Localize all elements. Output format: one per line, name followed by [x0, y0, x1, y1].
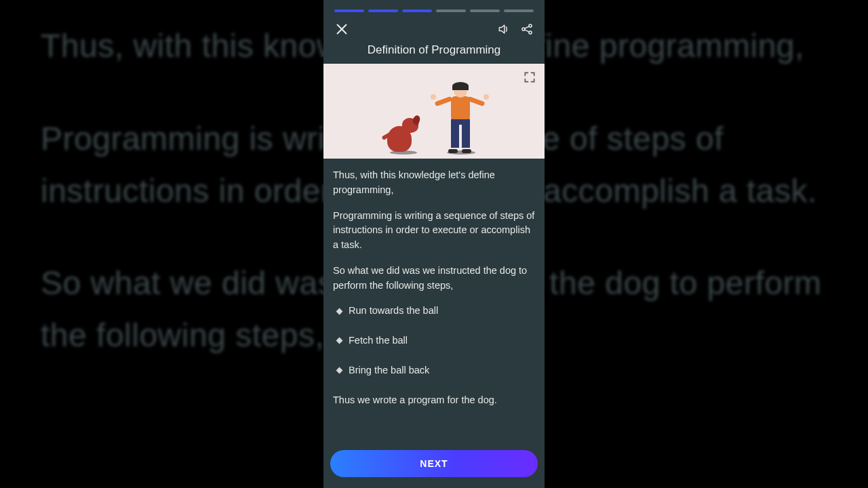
close-button[interactable] — [334, 22, 349, 37]
svg-line-5 — [525, 26, 530, 28]
paragraph: Programming is writing a sequence of ste… — [333, 209, 535, 253]
paragraph: So what we did was we instructed the dog… — [333, 264, 535, 293]
list-item: Bring the ball back — [337, 363, 535, 378]
diamond-icon — [336, 338, 343, 344]
list-item: Run towards the ball — [337, 304, 535, 319]
list-item-label: Fetch the ball — [349, 333, 408, 348]
list-item-label: Run towards the ball — [349, 304, 438, 319]
list-item: Fetch the ball — [337, 333, 535, 348]
header-row — [323, 12, 545, 42]
progress-bar — [323, 0, 545, 12]
paragraph: Thus, with this knowledge let's define p… — [333, 168, 535, 198]
illustration — [323, 64, 545, 159]
diamond-icon — [336, 308, 343, 314]
share-icon[interactable] — [520, 22, 534, 36]
diamond-icon — [336, 367, 343, 374]
expand-icon[interactable] — [523, 70, 536, 84]
lesson-card: Definition of Programming Thus, with thi… — [323, 0, 545, 488]
boy-illustration — [439, 84, 481, 155]
next-button[interactable]: NEXT — [330, 450, 538, 477]
dog-illustration — [387, 118, 418, 155]
lesson-title: Definition of Programming — [323, 42, 545, 64]
sound-icon[interactable] — [497, 22, 511, 36]
lesson-content: Thus, with this knowledge let's define p… — [323, 159, 545, 446]
list-item-label: Bring the ball back — [349, 363, 429, 378]
paragraph: Thus we wrote a program for the dog. — [333, 393, 535, 408]
step-list: Run towards the ballFetch the ballBring … — [337, 304, 535, 378]
svg-line-6 — [525, 30, 530, 32]
